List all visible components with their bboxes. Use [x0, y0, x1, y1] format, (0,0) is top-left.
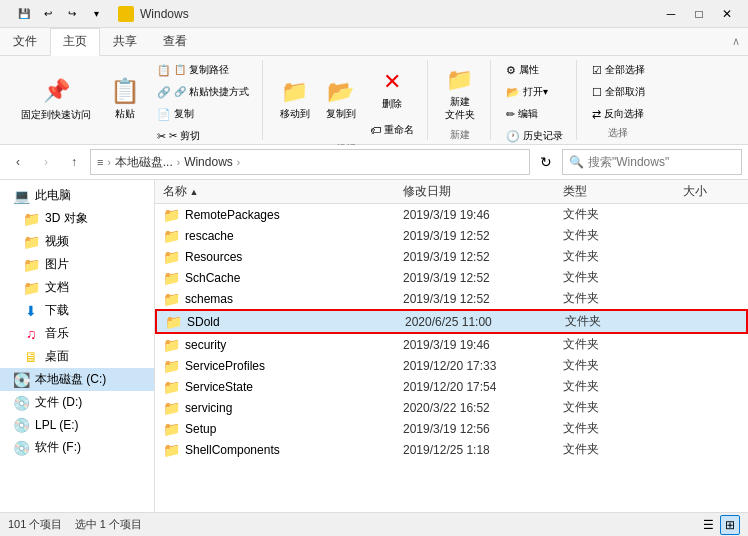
file-size-cell [635, 386, 715, 388]
copy-to-button[interactable]: 📂 复制到 [319, 60, 363, 126]
file-size-cell [635, 256, 715, 258]
status-item-count: 101 个项目 选中 1 个项目 [8, 517, 142, 532]
file-date-cell: 2019/3/19 12:52 [395, 291, 555, 307]
music-icon: ♫ [22, 326, 40, 342]
maximize-button[interactable]: □ [686, 4, 712, 24]
table-row[interactable]: 📁 security 2019/3/19 19:46 文件夹 [155, 334, 748, 355]
sidebar-item-drive-f[interactable]: 💿 软件 (F:) [0, 436, 154, 459]
sidebar-item-local-c[interactable]: 💽 本地磁盘 (C:) [0, 368, 154, 391]
ribbon: 文件 主页 共享 查看 ∧ 📌 固定到快速访问 📋 粘贴 [0, 28, 748, 145]
back-button[interactable]: ‹ [6, 150, 30, 174]
file-name-cell: 📁 SDold [157, 313, 397, 331]
file-name-cell: 📁 RemotePackages [155, 206, 395, 224]
file-date-cell: 2019/12/25 1:18 [395, 442, 555, 458]
file-name-cell: 📁 schemas [155, 290, 395, 308]
table-row[interactable]: 📁 SDold 2020/6/25 11:00 文件夹 [155, 309, 748, 334]
file-name-cell: 📁 Resources [155, 248, 395, 266]
history-button[interactable]: 🕐 历史记录 [501, 126, 568, 146]
search-input[interactable] [588, 155, 738, 169]
file-size-cell [637, 321, 717, 323]
qa-btn-1[interactable]: 💾 [14, 4, 34, 24]
properties-icon: ⚙ [506, 64, 516, 77]
table-row[interactable]: 📁 ServiceState 2019/12/20 17:54 文件夹 [155, 376, 748, 397]
delete-button[interactable]: ✕ 删除 [365, 64, 419, 116]
sidebar-item-this-pc[interactable]: 💻 此电脑 [0, 184, 154, 207]
sidebar-item-pictures[interactable]: 📁 图片 [0, 253, 154, 276]
col-header-date[interactable]: 修改日期 [395, 183, 555, 200]
col-header-name[interactable]: 名称 [155, 183, 395, 200]
sidebar-item-drive-e[interactable]: 💿 LPL (E:) [0, 414, 154, 436]
file-list: 名称 修改日期 类型 大小 📁 RemotePackages 2019/3/19… [155, 180, 748, 512]
ribbon-collapse[interactable]: ∧ [724, 28, 748, 55]
refresh-button[interactable]: ↻ [534, 150, 558, 174]
table-row[interactable]: 📁 ServiceProfiles 2019/12/20 17:33 文件夹 [155, 355, 748, 376]
file-list-header: 名称 修改日期 类型 大小 [155, 180, 748, 204]
close-button[interactable]: ✕ [714, 4, 740, 24]
copy-button[interactable]: 📄 复制 [152, 104, 254, 124]
qa-dropdown[interactable]: ▾ [86, 4, 106, 24]
sidebar-item-video[interactable]: 📁 视频 [0, 230, 154, 253]
sidebar-item-documents[interactable]: 📁 文档 [0, 276, 154, 299]
table-row[interactable]: 📁 schemas 2019/3/19 12:52 文件夹 [155, 288, 748, 309]
file-date-cell: 2019/3/19 12:52 [395, 249, 555, 265]
cut-button[interactable]: ✂ ✂ 剪切 [152, 126, 254, 146]
sidebar-item-desktop[interactable]: 🖥 桌面 [0, 345, 154, 368]
file-size-cell [635, 365, 715, 367]
tab-view[interactable]: 查看 [150, 28, 200, 55]
forward-button[interactable]: › [34, 150, 58, 174]
open-col: ⚙ 属性 📂 打开▾ ✏ 编辑 🕐 历史记录 [501, 60, 568, 146]
table-row[interactable]: 📁 Setup 2019/3/19 12:56 文件夹 [155, 418, 748, 439]
paste-button[interactable]: 📋 粘贴 [100, 60, 150, 126]
deselect-all-button[interactable]: ☐ 全部取消 [587, 82, 650, 102]
table-row[interactable]: 📁 ShellComponents 2019/12/25 1:18 文件夹 [155, 439, 748, 460]
folder-video-icon: 📁 [22, 234, 40, 250]
status-bar: 101 个项目 选中 1 个项目 ☰ ⊞ [0, 512, 748, 536]
up-button[interactable]: ↑ [62, 150, 86, 174]
tab-home[interactable]: 主页 [50, 28, 100, 56]
move-to-button[interactable]: 📁 移动到 [273, 60, 317, 126]
sidebar-item-downloads[interactable]: ⬇ 下载 [0, 299, 154, 322]
rename-button[interactable]: 🏷 重命名 [365, 120, 419, 140]
new-buttons: 📁 新建文件夹 [438, 60, 482, 126]
window-title: Windows [140, 7, 189, 21]
new-folder-button[interactable]: 📁 新建文件夹 [438, 60, 482, 126]
details-view-button[interactable]: ☰ [698, 515, 718, 535]
table-row[interactable]: 📁 rescache 2019/3/19 12:52 文件夹 [155, 225, 748, 246]
col-header-type[interactable]: 类型 [555, 183, 635, 200]
table-row[interactable]: 📁 Resources 2019/3/19 12:52 文件夹 [155, 246, 748, 267]
file-size-cell [635, 298, 715, 300]
paste-shortcut-button[interactable]: 🔗 🔗 粘贴快捷方式 [152, 82, 254, 102]
folder-icon: 📁 [165, 314, 182, 330]
file-date-cell: 2020/3/22 16:52 [395, 400, 555, 416]
tab-file[interactable]: 文件 [0, 28, 50, 55]
large-icons-view-button[interactable]: ⊞ [720, 515, 740, 535]
minimize-button[interactable]: ─ [658, 4, 684, 24]
edit-button[interactable]: ✏ 编辑 [501, 104, 568, 124]
pin-to-quickaccess-button[interactable]: 📌 固定到快速访问 [14, 60, 98, 126]
open-button[interactable]: 📂 打开▾ [501, 82, 568, 102]
invert-selection-button[interactable]: ⇄ 反向选择 [587, 104, 650, 124]
copy-path-button[interactable]: 📋 📋 复制路径 [152, 60, 254, 80]
folder-icon: 📁 [163, 337, 180, 353]
table-row[interactable]: 📁 RemotePackages 2019/3/19 19:46 文件夹 [155, 204, 748, 225]
col-header-size[interactable]: 大小 [635, 183, 715, 200]
sidebar-item-drive-d[interactable]: 💿 文件 (D:) [0, 391, 154, 414]
qa-btn-2[interactable]: ↩ [38, 4, 58, 24]
tab-share[interactable]: 共享 [100, 28, 150, 55]
pin-icon: 📌 [40, 75, 72, 107]
drive-f-icon: 💿 [12, 440, 30, 456]
sidebar-item-3d[interactable]: 📁 3D 对象 [0, 207, 154, 230]
search-box[interactable]: 🔍 [562, 149, 742, 175]
delete-icon: ✕ [383, 69, 401, 95]
table-row[interactable]: 📁 servicing 2020/3/22 16:52 文件夹 [155, 397, 748, 418]
table-row[interactable]: 📁 SchCache 2019/3/19 12:52 文件夹 [155, 267, 748, 288]
qa-btn-3[interactable]: ↪ [62, 4, 82, 24]
sidebar-item-music[interactable]: ♫ 音乐 [0, 322, 154, 345]
properties-button[interactable]: ⚙ 属性 [501, 60, 568, 80]
file-date-cell: 2019/12/20 17:54 [395, 379, 555, 395]
search-icon: 🔍 [569, 155, 584, 169]
move-icon: 📁 [281, 79, 308, 105]
file-type-cell: 文件夹 [555, 226, 635, 245]
select-all-button[interactable]: ☑ 全部选择 [587, 60, 650, 80]
address-path[interactable]: ≡ › 本地磁盘... › Windows › [90, 149, 530, 175]
